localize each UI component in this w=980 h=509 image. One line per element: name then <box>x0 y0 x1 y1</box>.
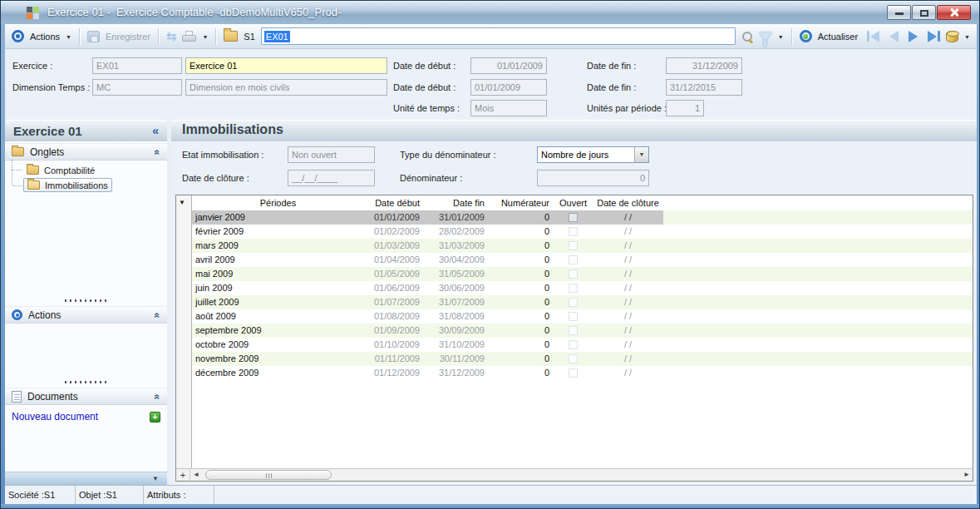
table-row[interactable]: janvier 2009 01/01/2009 31/01/2009 0 / / <box>176 210 973 225</box>
ouvert-checkbox[interactable] <box>569 213 578 222</box>
denominateur-field[interactable]: 0 <box>537 170 649 186</box>
scroll-right-icon[interactable]: ► <box>961 469 973 481</box>
cell-date-debut: 01/11/2009 <box>364 352 424 366</box>
sidebar-scroll-down[interactable]: ▼ <box>5 472 167 485</box>
date-cloture-field[interactable]: __/__/____ <box>288 170 375 186</box>
date-debut2-field[interactable]: 01/01/2009 <box>470 79 547 96</box>
close-button[interactable] <box>937 5 971 20</box>
exercice-code-field[interactable]: EX01 <box>92 57 182 74</box>
date-debut1-field[interactable]: 01/01/2009 <box>470 57 547 74</box>
dimension-code-field[interactable]: MC <box>92 79 182 96</box>
table-row[interactable]: août 2009 01/08/2009 31/08/2009 0 / / <box>176 309 973 324</box>
ouvert-checkbox[interactable] <box>569 227 578 236</box>
sidebar-splitter[interactable] <box>63 299 110 302</box>
ouvert-checkbox[interactable] <box>569 326 578 335</box>
table-row[interactable]: décembre 2009 01/12/2009 31/12/2009 0 / … <box>176 366 973 380</box>
sidebar-splitter[interactable] <box>63 381 110 383</box>
sidebar-item-comptabilite[interactable]: Comptabilité <box>23 163 98 177</box>
previous-record-button[interactable] <box>889 31 899 42</box>
ouvert-checkbox[interactable] <box>569 298 578 307</box>
exercice-name-field[interactable]: Exercice 01 <box>185 57 387 74</box>
date-fin1-field[interactable]: 31/12/2009 <box>666 57 742 74</box>
table-row[interactable]: mai 2009 01/05/2009 31/05/2009 0 / / <box>176 267 973 281</box>
column-header-date-fin[interactable]: Date fin <box>424 198 489 208</box>
new-document-row: Nouveau document + <box>12 411 160 423</box>
minimize-button[interactable] <box>887 5 911 20</box>
table-row[interactable]: juin 2009 01/06/2009 30/06/2009 0 / / <box>176 281 973 295</box>
date-debut2-label: Date de début : <box>393 79 456 96</box>
cell-date-cloture: / / <box>593 267 663 281</box>
refresh-button[interactable]: Actualiser <box>818 32 858 42</box>
database-dropdown-icon[interactable]: ▼ <box>964 33 970 40</box>
unites-periode-field[interactable]: 1 <box>666 100 704 116</box>
ouvert-checkbox[interactable] <box>569 255 578 264</box>
ouvert-checkbox[interactable] <box>569 269 578 279</box>
table-menu-icon[interactable]: ▼ <box>179 199 185 206</box>
etat-immobilisation-field[interactable]: Non ouvert <box>288 146 375 163</box>
next-record-button[interactable] <box>909 31 918 42</box>
cell-ouvert <box>554 338 593 352</box>
save-button[interactable]: Enregistrer <box>106 32 150 42</box>
toolbar: Actions ▼ Enregistrer ⇆ ▼ S1 EX01 ▼ Actu… <box>5 24 977 49</box>
folder-icon[interactable] <box>224 31 238 42</box>
ouvert-checkbox[interactable] <box>569 354 578 363</box>
new-document-link[interactable]: Nouveau document <box>12 411 150 423</box>
ouvert-checkbox[interactable] <box>569 368 578 378</box>
cell-period: février 2009 <box>192 225 364 239</box>
actions-collapse-icon[interactable]: « <box>152 312 164 318</box>
search-input[interactable]: EX01 <box>261 27 736 45</box>
scrollbar-thumb[interactable] <box>205 470 332 480</box>
table-row[interactable]: avril 2009 01/04/2009 30/04/2009 0 / / <box>176 253 973 267</box>
onglets-collapse-icon[interactable]: « <box>152 149 164 155</box>
column-header-periodes[interactable]: Périodes <box>192 198 364 208</box>
table-row[interactable]: février 2009 01/02/2009 28/02/2009 0 / / <box>176 225 973 239</box>
table-row[interactable]: octobre 2009 01/10/2009 31/10/2009 0 / / <box>176 338 973 352</box>
refresh-icon[interactable] <box>800 30 812 42</box>
table-row[interactable]: novembre 2009 01/11/2009 30/11/2009 0 / … <box>176 352 973 366</box>
combo-dropdown-icon[interactable]: ▼ <box>634 147 648 162</box>
ouvert-checkbox[interactable] <box>569 241 578 250</box>
ouvert-checkbox[interactable] <box>569 312 578 321</box>
column-header-date-cloture[interactable]: Date de clôture <box>593 198 663 208</box>
filter-dropdown-icon[interactable]: ▼ <box>778 33 784 40</box>
sidebar-item-immobilisations[interactable]: Immobilisations <box>23 178 112 192</box>
filter-icon[interactable] <box>759 32 772 41</box>
scroll-left-icon[interactable]: ◄ <box>190 469 202 481</box>
print-dropdown-icon[interactable]: ▼ <box>202 33 208 40</box>
ouvert-checkbox[interactable] <box>569 284 578 293</box>
horizontal-scrollbar[interactable]: + ◄ ► <box>176 468 973 481</box>
table-row[interactable]: juillet 2009 01/07/2009 31/07/2009 0 / / <box>176 295 973 309</box>
dimension-name-field[interactable]: Dimension en mois civils <box>185 79 387 96</box>
unite-temps-field[interactable]: Mois <box>470 100 547 116</box>
table-row[interactable]: mars 2009 01/03/2009 31/03/2009 0 / / <box>176 239 973 253</box>
date-fin2-label: Date de fin : <box>587 79 636 96</box>
ouvert-checkbox[interactable] <box>569 340 578 349</box>
maximize-icon <box>920 10 928 17</box>
last-record-button[interactable] <box>928 31 940 42</box>
section-documents-header[interactable]: Documents « <box>5 388 167 405</box>
database-icon[interactable] <box>946 31 958 42</box>
column-header-numerateur[interactable]: Numérateur <box>489 198 554 208</box>
exercice-label: Exercice : <box>12 57 52 74</box>
column-header-date-debut[interactable]: Date début <box>364 198 424 208</box>
column-header-ouvert[interactable]: Ouvert <box>554 198 593 208</box>
first-record-button[interactable] <box>867 31 879 42</box>
cell-date-fin: 31/05/2009 <box>424 267 489 281</box>
section-onglets-header[interactable]: Onglets « <box>5 143 167 161</box>
date-fin2-field[interactable]: 31/12/2015 <box>666 79 742 96</box>
documents-collapse-icon[interactable]: « <box>152 393 164 399</box>
sync-icon[interactable]: ⇆ <box>166 31 177 42</box>
add-row-button[interactable]: + <box>176 469 190 481</box>
table-row[interactable]: septembre 2009 01/09/2009 30/09/2009 0 /… <box>176 324 973 338</box>
title-bar[interactable]: Exercice 01 - Exercice Comptable -dbDemo… <box>1 1 980 24</box>
actions-menu-button[interactable]: Actions <box>30 32 60 42</box>
scrollbar-track[interactable] <box>202 469 961 481</box>
sidebar-collapse-icon[interactable]: « <box>152 124 167 137</box>
actions-dropdown-icon[interactable]: ▼ <box>66 33 71 40</box>
maximize-button[interactable] <box>912 5 936 20</box>
search-icon[interactable] <box>741 31 753 42</box>
section-actions-header[interactable]: Actions « <box>5 306 167 324</box>
type-denominateur-select[interactable]: Nombre de jours ▼ <box>537 146 649 163</box>
print-icon[interactable] <box>182 31 196 42</box>
add-document-icon[interactable]: + <box>150 412 160 423</box>
